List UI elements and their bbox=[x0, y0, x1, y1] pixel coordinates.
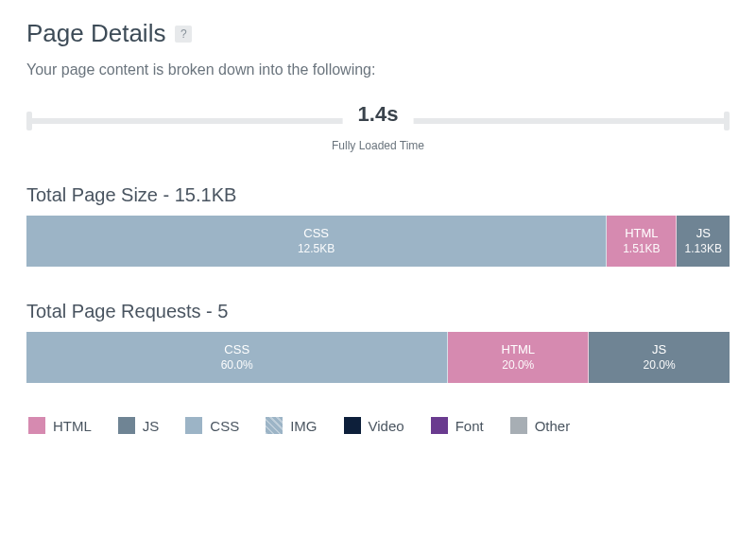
bar-segment-html[interactable]: HTML1.51KB bbox=[607, 216, 677, 267]
legend-swatch bbox=[266, 417, 283, 434]
timeline-caption: Fully Loaded Time bbox=[26, 139, 730, 152]
legend-item-img[interactable]: IMG bbox=[266, 417, 317, 434]
bar-segment-css[interactable]: CSS60.0% bbox=[26, 332, 448, 383]
legend-label: IMG bbox=[290, 418, 317, 434]
legend-swatch bbox=[431, 417, 448, 434]
legend-swatch bbox=[344, 417, 361, 434]
legend-item-html[interactable]: HTML bbox=[28, 417, 92, 434]
legend-label: CSS bbox=[210, 418, 239, 434]
timeline-value: 1.4s bbox=[358, 103, 399, 126]
page-title: Page Details bbox=[26, 19, 165, 48]
segment-value: 20.0% bbox=[502, 358, 534, 373]
legend-swatch bbox=[185, 417, 202, 434]
legend-label: HTML bbox=[53, 418, 92, 434]
legend-label: Font bbox=[455, 418, 484, 434]
legend-item-css[interactable]: CSS bbox=[185, 417, 239, 434]
page-subtitle: Your page content is broken down into th… bbox=[26, 61, 730, 78]
size-section-title: Total Page Size - 15.1KB bbox=[26, 184, 730, 206]
page-requests-bar: CSS60.0%HTML20.0%JS20.0% bbox=[26, 332, 730, 383]
legend-item-other[interactable]: Other bbox=[510, 417, 571, 434]
legend-label: Video bbox=[369, 418, 404, 434]
timeline-end-cap bbox=[724, 112, 730, 130]
segment-value: 1.13KB bbox=[685, 242, 722, 256]
segment-value: 20.0% bbox=[644, 358, 676, 373]
segment-label: JS bbox=[652, 342, 666, 357]
segment-value: 12.5KB bbox=[298, 242, 335, 256]
legend-label: JS bbox=[143, 418, 160, 434]
segment-label: HTML bbox=[625, 226, 658, 241]
bar-segment-html[interactable]: HTML20.0% bbox=[448, 332, 589, 383]
legend-label: Other bbox=[535, 418, 571, 434]
bar-segment-js[interactable]: JS1.13KB bbox=[677, 216, 730, 267]
page-size-bar: CSS12.5KBHTML1.51KBJS1.13KB bbox=[26, 216, 730, 267]
timeline-start-cap bbox=[26, 112, 32, 130]
legend-swatch bbox=[118, 417, 135, 434]
legend: HTMLJSCSSIMGVideoFontOther bbox=[26, 417, 730, 434]
segment-label: CSS bbox=[224, 342, 249, 357]
segment-value: 1.51KB bbox=[623, 242, 660, 256]
bar-segment-css[interactable]: CSS12.5KB bbox=[26, 216, 607, 267]
requests-section-title: Total Page Requests - 5 bbox=[26, 301, 730, 322]
segment-value: 60.0% bbox=[221, 358, 253, 373]
legend-item-js[interactable]: JS bbox=[118, 417, 160, 434]
load-timeline: 1.4s bbox=[26, 109, 730, 133]
help-icon[interactable]: ? bbox=[175, 26, 192, 43]
timeline-label: 1.4s bbox=[343, 103, 414, 126]
segment-label: CSS bbox=[303, 226, 329, 241]
segment-label: HTML bbox=[502, 342, 535, 357]
legend-swatch bbox=[28, 417, 45, 434]
segment-label: JS bbox=[696, 226, 711, 241]
bar-segment-js[interactable]: JS20.0% bbox=[589, 332, 730, 383]
legend-item-video[interactable]: Video bbox=[344, 417, 404, 434]
legend-item-font[interactable]: Font bbox=[431, 417, 484, 434]
legend-swatch bbox=[510, 417, 527, 434]
